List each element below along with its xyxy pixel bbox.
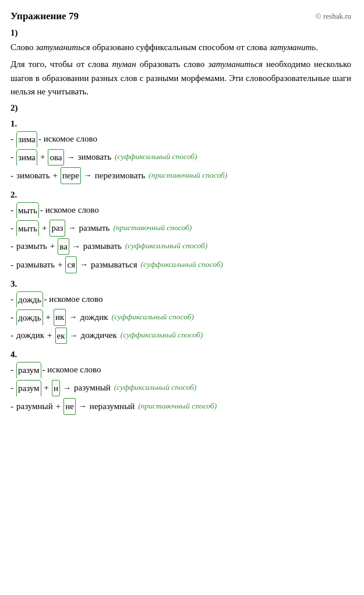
word-razmyt: размыть [79,221,110,236]
word-razmyvat2: размывать [16,258,55,273]
line-4b: - разум + н → разумный (суффиксальный сп… [10,380,351,397]
root-zima1: зима [16,131,37,147]
root-zima2: зима [16,149,37,166]
prefix-raz: раз [50,220,65,237]
word-zimovat: зимовать [78,150,112,165]
word-zatumanitstya: затуманиться [36,43,90,52]
line-1c: - зимовать + пере → перезимовать (приста… [10,167,351,184]
line-3b: - дождь + ик → дождик (суффиксальный спо… [10,309,351,326]
root-dozhd2: дождь [16,309,43,326]
word-razmyvat: размывать [83,239,122,254]
word-dozhdik: дождик [80,310,108,325]
line-3c: - дождик + ек → дождичек (суффиксальный … [10,328,351,344]
word-dozhdichek: дождичек [81,328,117,343]
line-2b: - мыть + раз → размыть (приставочный спо… [10,220,351,237]
line-2d: - размывать + ся → размываться (суффикса… [10,256,351,273]
word-razmyvatsya: размываться [91,258,137,273]
word-razumnyi2: разумный [16,399,53,414]
line-2a: - мыть - искомое слово [10,202,351,219]
suffix-sya: ся [65,256,77,273]
root-dozhd: дождь [16,291,43,308]
line-4a: - разум - искомое слово [10,362,351,378]
prefix-pere: пере [61,167,81,184]
line-4c: - разумный + не → неразумный (приставочн… [10,398,351,415]
section-2: 2) 1. - зима - искомое слово - зима + ов… [10,103,351,415]
word-perezimovat: перезимовать [95,168,146,184]
suffix-n: н [52,380,60,397]
section1-para1: Слово затуманиться образовано суффиксаль… [10,41,351,54]
word-razumnyi: разумный [74,381,111,396]
word-nerazumnyi: неразумный [90,399,135,414]
site-label: © reshak.ru [316,12,351,21]
line-3a: - дождь - искомое слово [10,291,351,308]
page-header: Упражнение 79 © reshak.ru [10,10,351,22]
root-razum2: разум [16,380,41,396]
root-razum: разум [16,362,41,378]
suffix-ik: ик [54,309,66,326]
word-tuman: туман [112,59,136,69]
line-2c: - размыть + ва → размывать (суффиксальны… [10,238,351,255]
subsection-2-num: 2. [10,190,351,200]
suffix-ova: ова [48,149,63,166]
subsection-3-num: 3. [10,279,351,289]
subsection-1-num: 1. [10,119,351,129]
prefix-ne: не [63,398,76,415]
word-zimovat2: зимовать [16,168,50,184]
line-1a: - зима - искомое слово [10,131,351,147]
word-zatumaniit: затуманить [269,43,316,52]
section2-label: 2) [10,103,351,113]
line-1b: - зима + ова → зимовать (суффиксальный с… [10,149,351,166]
exercise-title: Упражнение 79 [10,10,79,22]
subsection-4-num: 4. [10,350,351,360]
word-razmyt2: размыть [16,239,47,254]
suffix-va: ва [58,238,69,255]
root-myt: мыть [16,202,39,219]
section1-para2: Для того, чтобы от слова туман образоват… [10,58,351,98]
section-1: 1) Слово затуманиться образовано суффикс… [10,28,351,98]
word-zatumanitstya2: затуманиться [208,59,262,69]
root-myt2: мыть [16,220,39,237]
suffix-ek: ек [55,328,67,344]
word-dozhdik2: дождик [16,328,44,343]
section1-label: 1) [10,28,351,38]
